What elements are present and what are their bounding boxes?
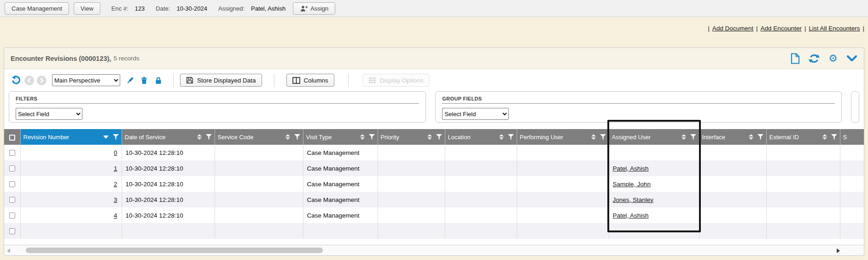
refresh-icon[interactable] <box>809 53 820 64</box>
sort-descending-icon[interactable] <box>103 136 109 139</box>
filter-funnel-icon[interactable] <box>206 134 212 140</box>
group-fields-label: GROUP FIELDS <box>442 96 835 104</box>
column-header-service-code[interactable]: Service Code <box>215 129 303 145</box>
person-plus-icon <box>300 5 308 12</box>
assigned-user-link[interactable]: Sample, John <box>613 181 651 188</box>
view-button[interactable]: View <box>74 2 100 15</box>
sort-icon[interactable] <box>749 134 753 140</box>
sort-icon[interactable] <box>427 134 432 140</box>
revision-number-link[interactable]: 3 <box>114 196 117 203</box>
sort-icon[interactable] <box>360 134 365 140</box>
edit-pencil-icon[interactable] <box>125 76 134 85</box>
columns-button[interactable]: Columns <box>286 74 334 87</box>
filter-funnel-icon[interactable] <box>294 134 300 140</box>
revision-number-link[interactable]: 4 <box>114 212 117 219</box>
column-header-visit-type[interactable]: Visit Type <box>303 129 378 145</box>
location-cell <box>445 145 517 160</box>
assign-button[interactable]: Assign <box>293 2 335 15</box>
perspective-select[interactable]: Main Perspective <box>52 74 120 86</box>
location-cell <box>445 207 517 223</box>
next-perspective-icon[interactable] <box>37 76 47 85</box>
filter-funnel-icon[interactable] <box>508 134 514 140</box>
store-displayed-data-button[interactable]: Store Displayed Data <box>180 74 262 87</box>
quick-links: | Add Document | Add Encounter | List Al… <box>4 24 864 33</box>
filter-funnel-icon[interactable] <box>600 134 606 140</box>
date-of-service-cell: 10-30-2024 12:28:10 <box>122 176 215 192</box>
horizontal-scrollbar[interactable] <box>4 245 864 255</box>
column-header-external-id[interactable]: External ID <box>766 129 840 145</box>
add-encounter-link[interactable]: Add Encounter <box>761 25 802 32</box>
assigned-user-link[interactable]: Patel, Ashish <box>613 212 649 219</box>
sort-icon[interactable] <box>197 134 202 140</box>
service-code-cell <box>215 145 303 160</box>
table-row-empty <box>4 223 864 239</box>
select-all-checkbox[interactable] <box>4 129 20 145</box>
filter-funnel-icon[interactable] <box>831 134 837 140</box>
list-all-encounters-link[interactable]: List All Encounters <box>809 25 860 32</box>
assigned-user-link[interactable]: Patel, Ashish <box>613 165 649 172</box>
encounter-revisions-grid: Revision Number Date of Service <box>4 129 864 239</box>
lock-icon[interactable] <box>154 76 163 85</box>
filter-funnel-icon[interactable] <box>436 134 442 140</box>
revision-number-link[interactable]: 0 <box>114 149 117 156</box>
scrollbar-thumb[interactable] <box>26 248 323 253</box>
case-management-button[interactable]: Case Management <box>5 2 69 15</box>
scroll-right-arrow-icon[interactable] <box>837 248 840 253</box>
filters-field-select[interactable]: Select Field <box>16 108 82 120</box>
sort-icon[interactable] <box>285 134 290 140</box>
gear-icon[interactable]: ⚙ <box>827 53 839 64</box>
date-label: Date: <box>156 5 170 12</box>
assigned-label: Assigned: <box>218 5 245 12</box>
row-checkbox[interactable] <box>9 181 15 187</box>
performing-user-cell <box>517 176 609 192</box>
filter-funnel-icon[interactable] <box>113 134 119 140</box>
priority-cell <box>378 207 445 223</box>
sort-icon[interactable] <box>682 134 686 140</box>
column-header-assigned-user[interactable]: Assigned User <box>609 129 699 145</box>
sort-icon[interactable] <box>591 134 596 140</box>
column-header-revision-number[interactable]: Revision Number <box>20 129 122 145</box>
display-options-button[interactable]: Display Options <box>362 74 430 87</box>
toolbar-divider <box>173 73 174 87</box>
performing-user-cell <box>517 192 609 207</box>
service-code-cell <box>215 160 303 176</box>
service-code-cell <box>215 176 303 192</box>
date-of-service-cell: 10-30-2024 12:28:10 <box>122 160 215 176</box>
table-row: 0 10-30-2024 12:28:10 Case Management <box>4 145 864 160</box>
revision-number-link[interactable]: 2 <box>114 181 117 188</box>
collapsed-side-panel[interactable] <box>851 91 859 123</box>
revision-number-link[interactable]: 1 <box>114 165 117 172</box>
add-document-link[interactable]: Add Document <box>712 25 753 32</box>
column-header-truncated[interactable]: S <box>840 129 864 145</box>
chevron-down-icon[interactable] <box>846 53 857 64</box>
sort-icon[interactable] <box>499 134 504 140</box>
external-id-cell <box>766 176 840 192</box>
document-icon[interactable] <box>790 53 801 64</box>
filter-funnel-icon[interactable] <box>757 134 763 140</box>
enc-value: 123 <box>135 5 145 12</box>
filter-funnel-icon[interactable] <box>690 134 696 140</box>
encounter-revisions-panel: Encounter Revisions (0000123), 5 records… <box>4 47 864 256</box>
previous-perspective-icon[interactable] <box>24 76 34 85</box>
scroll-left-arrow-icon[interactable] <box>7 248 10 253</box>
filter-funnel-icon[interactable] <box>369 134 375 140</box>
row-checkbox[interactable] <box>9 213 15 219</box>
row-checkbox[interactable] <box>9 150 15 156</box>
column-header-performing-user[interactable]: Performing User <box>517 129 609 145</box>
column-header-location[interactable]: Location <box>445 129 517 145</box>
column-header-date-of-service[interactable]: Date of Service <box>122 129 215 145</box>
column-header-interface[interactable]: Interface <box>699 129 766 145</box>
column-header-priority[interactable]: Priority <box>378 129 445 145</box>
delete-trash-icon[interactable] <box>140 76 149 85</box>
undo-icon[interactable] <box>11 75 22 86</box>
row-checkbox[interactable] <box>9 197 15 203</box>
group-fields-select[interactable]: Select Field <box>442 108 509 120</box>
visit-type-cell: Case Management <box>303 145 378 160</box>
location-cell <box>445 160 517 176</box>
visit-type-cell: Case Management <box>303 176 378 192</box>
record-count: 5 records <box>113 55 139 62</box>
row-checkbox[interactable] <box>9 165 15 171</box>
assigned-user-link[interactable]: Jones, Stanley <box>613 196 654 203</box>
row-checkbox[interactable] <box>9 228 15 234</box>
sort-icon[interactable] <box>822 134 827 140</box>
